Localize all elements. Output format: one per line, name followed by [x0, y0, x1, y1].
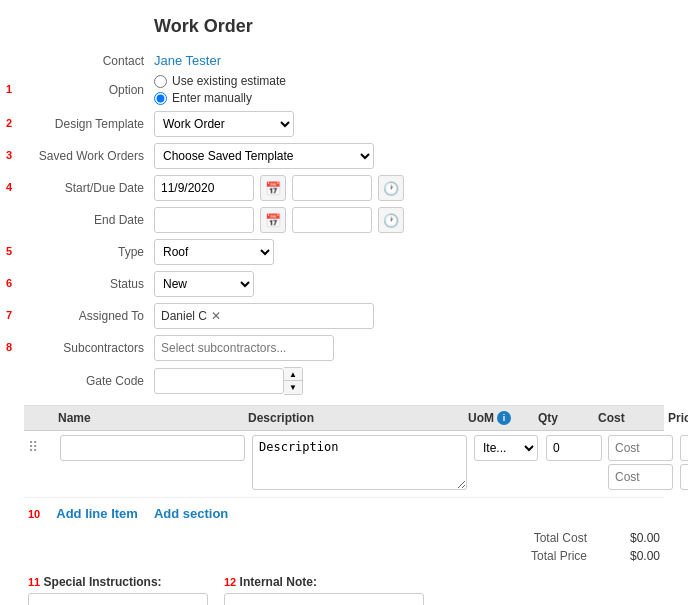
internal-note-label: 12 Internal Note:: [224, 575, 424, 589]
row1-qty-input[interactable]: [546, 435, 602, 461]
spinner-down[interactable]: ▼: [284, 381, 302, 394]
spinner-up[interactable]: ▲: [284, 368, 302, 381]
type-label: 5 Type: [24, 245, 154, 259]
total-price-label: Total Price: [515, 549, 595, 563]
page-title: Work Order: [154, 16, 253, 37]
radio-estimate[interactable]: [154, 75, 167, 88]
contact-link[interactable]: Jane Tester: [154, 53, 221, 68]
subcontractors-input[interactable]: [154, 335, 334, 361]
num-8: 8: [6, 341, 12, 353]
uom-info-icon[interactable]: i: [497, 411, 511, 425]
option-manual[interactable]: Enter manually: [154, 91, 286, 105]
row1-uom-select[interactable]: Ite...: [474, 435, 538, 461]
assigned-tag-remove[interactable]: ✕: [211, 309, 221, 323]
status-select[interactable]: New: [154, 271, 254, 297]
design-template-select[interactable]: Work Order: [154, 111, 294, 137]
end-date-input[interactable]: [154, 207, 254, 233]
num-5: 5: [6, 245, 12, 257]
num-2: 2: [6, 117, 12, 129]
num-6: 6: [6, 277, 12, 289]
num-7: 7: [6, 309, 12, 321]
special-instructions-textarea[interactable]: [28, 593, 208, 605]
col-cost: Cost: [598, 411, 668, 425]
row1-name-input[interactable]: [60, 435, 245, 461]
num-11: 11: [28, 576, 40, 588]
contact-label: Contact: [24, 54, 154, 68]
num-4: 4: [6, 181, 12, 193]
num-12: 12: [224, 576, 236, 588]
saved-wo-select[interactable]: Choose Saved Template: [154, 143, 374, 169]
start-date-input[interactable]: [154, 175, 254, 201]
start-date-calendar-icon[interactable]: 📅: [260, 175, 286, 201]
end-date-calendar-icon[interactable]: 📅: [260, 207, 286, 233]
row1-name-cell: [60, 435, 250, 461]
assigned-to-input[interactable]: Daniel C✕: [154, 303, 374, 329]
end-date-label: End Date: [24, 213, 154, 227]
row1-cost-price-cell: [608, 435, 678, 490]
type-select[interactable]: Roof: [154, 239, 274, 265]
num-3: 3: [6, 149, 12, 161]
option-label: 1 Option: [24, 83, 154, 97]
total-price-row: Total Price $0.00: [24, 547, 664, 565]
assigned-label: 7 Assigned To: [24, 309, 154, 323]
total-cost-value: $0.00: [595, 531, 660, 545]
total-cost-label: Total Cost: [515, 531, 595, 545]
line-items-header: Name Description UoM i Qty Cost Price: [24, 406, 664, 431]
radio-manual[interactable]: [154, 92, 167, 105]
gate-code-input[interactable]: [154, 368, 284, 394]
add-section-link[interactable]: Add section: [154, 506, 228, 521]
status-label: 6 Status: [24, 277, 154, 291]
row1-price-cell: [680, 435, 688, 490]
row1-cost2-input[interactable]: [608, 464, 673, 490]
option-group: Use existing estimate Enter manually: [154, 74, 286, 105]
add-line-item-link[interactable]: Add line Item: [56, 506, 138, 521]
row1-price-input[interactable]: [680, 435, 688, 461]
row1-price2-input[interactable]: [680, 464, 688, 490]
option-estimate[interactable]: Use existing estimate: [154, 74, 286, 88]
line-items-section: Name Description UoM i Qty Cost Price ⠿ …: [24, 405, 664, 565]
start-time-clock-icon[interactable]: 🕐: [378, 175, 404, 201]
design-template-label: 2 Design Template: [24, 117, 154, 131]
num-1: 1: [6, 83, 12, 95]
total-cost-row: Total Cost $0.00: [24, 529, 664, 547]
row1-uom-cell: Ite...: [474, 435, 544, 461]
end-time-input[interactable]: [292, 207, 372, 233]
special-instructions-block: 11 Special Instructions:: [28, 575, 208, 605]
start-due-label: 4 Start/Due Date: [24, 181, 154, 195]
num-10: 10: [28, 508, 40, 520]
col-uom: UoM i: [468, 411, 538, 425]
start-time-input[interactable]: [292, 175, 372, 201]
row1-qty-cell: [546, 435, 606, 461]
gate-code-label: Gate Code: [24, 374, 154, 388]
add-row: 10 Add line Item Add section: [24, 498, 664, 529]
row1-desc-textarea[interactable]: [252, 435, 467, 490]
subcontractors-label: 8 Subcontractors: [24, 341, 154, 355]
drag-handle[interactable]: ⠿: [28, 435, 58, 455]
total-price-value: $0.00: [595, 549, 660, 563]
gate-code-spinner[interactable]: ▲ ▼: [284, 367, 303, 395]
special-instructions-label: 11 Special Instructions:: [28, 575, 208, 589]
internal-note-textarea[interactable]: [224, 593, 424, 605]
col-qty: Qty: [538, 411, 598, 425]
table-row: ⠿ Ite...: [24, 431, 664, 498]
row1-desc-cell: [252, 435, 472, 493]
col-price: Price: [668, 411, 688, 425]
assigned-tag: Daniel C✕: [161, 309, 221, 323]
saved-wo-label: 3 Saved Work Orders: [24, 149, 154, 163]
col-description: Description: [248, 411, 468, 425]
bottom-notes: 11 Special Instructions: 12 Internal Not…: [24, 575, 664, 605]
internal-note-block: 12 Internal Note:: [224, 575, 424, 605]
gate-code-wrap: ▲ ▼: [154, 367, 303, 395]
row1-cost-input[interactable]: [608, 435, 673, 461]
col-name: Name: [58, 411, 248, 425]
end-time-clock-icon[interactable]: 🕐: [378, 207, 404, 233]
